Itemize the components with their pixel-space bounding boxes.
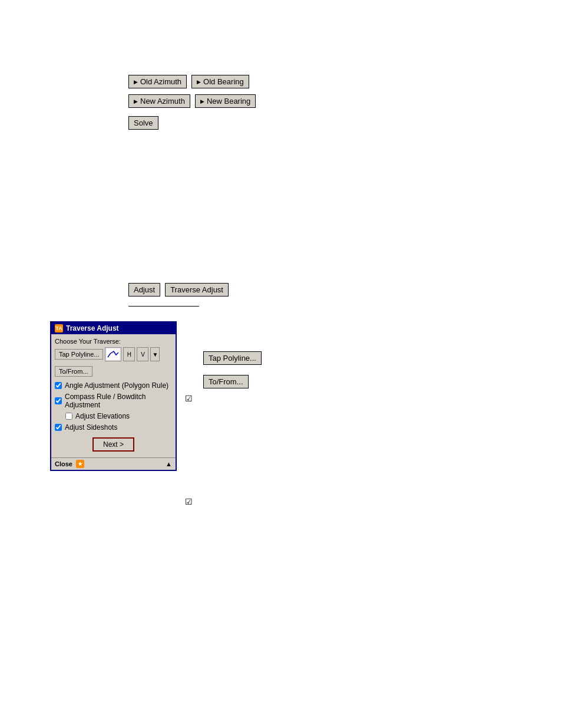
adjust-sideshots-checkbox[interactable] bbox=[55, 424, 62, 431]
svg-rect-0 bbox=[106, 348, 120, 360]
angle-adjustment-row: Angle Adjustment (Polygon Rule) bbox=[55, 381, 172, 390]
adjust-button[interactable]: Adjust bbox=[128, 283, 160, 297]
footer-expand-arrow[interactable]: ▲ bbox=[166, 460, 172, 467]
angle-adjustment-checkbox[interactable] bbox=[55, 382, 62, 389]
solve-button[interactable]: Solve bbox=[128, 116, 158, 130]
dialog-title-bar: TA Traverse Adjust bbox=[51, 322, 176, 334]
compass-rule-checkbox[interactable] bbox=[55, 397, 62, 404]
top-buttons-section: Old Azimuth Old Bearing New Azimuth New … bbox=[128, 75, 256, 130]
tap-polyline-right-button[interactable]: Tap Polyline... bbox=[203, 351, 262, 365]
dialog-footer: Close ★ ▲ bbox=[51, 457, 176, 470]
old-bearing-button[interactable]: Old Bearing bbox=[191, 75, 249, 88]
traverse-adjust-button[interactable]: Traverse Adjust bbox=[165, 283, 229, 297]
checkmark-right-1: ☑ bbox=[185, 394, 193, 403]
dialog-toolbar: Tap Polyline... H V ▼ bbox=[55, 347, 172, 361]
old-azimuth-button[interactable]: Old Azimuth bbox=[128, 75, 187, 88]
dialog-title-icon: TA bbox=[55, 324, 63, 332]
old-buttons-row: Old Azimuth Old Bearing bbox=[128, 75, 256, 88]
h-icon-box[interactable]: H bbox=[123, 347, 135, 361]
traverse-adjust-dialog: TA Traverse Adjust Choose Your Traverse:… bbox=[50, 321, 177, 471]
to-from-dialog-button[interactable]: To/From... bbox=[55, 366, 92, 377]
next-button[interactable]: Next > bbox=[92, 437, 134, 452]
adjust-buttons-row: Adjust Traverse Adjust bbox=[128, 283, 229, 297]
to-from-right-button[interactable]: To/From... bbox=[203, 375, 249, 388]
compass-rule-row: Compass Rule / Bowditch Adjustment bbox=[55, 393, 172, 409]
tap-polyline-dialog-button[interactable]: Tap Polyline... bbox=[55, 349, 103, 360]
dialog-title-text: Traverse Adjust bbox=[66, 324, 119, 332]
adjust-elevations-row: Adjust Elevations bbox=[65, 412, 172, 420]
adjust-elevations-label: Adjust Elevations bbox=[75, 412, 130, 420]
v-icon-box[interactable]: V bbox=[137, 347, 148, 361]
polyline-preview-icon bbox=[105, 348, 121, 361]
close-label[interactable]: Close bbox=[55, 460, 72, 467]
section-divider bbox=[128, 306, 199, 307]
dropdown-arrow-icon[interactable]: ▼ bbox=[150, 347, 160, 361]
checkmark-right-2: ☑ bbox=[185, 497, 193, 506]
dialog-body: Choose Your Traverse: Tap Polyline... H … bbox=[51, 334, 176, 457]
v-icon-label: V bbox=[141, 351, 145, 358]
new-buttons-row: New Azimuth New Bearing bbox=[128, 94, 256, 108]
compass-rule-label: Compass Rule / Bowditch Adjustment bbox=[65, 393, 172, 409]
choose-traverse-label: Choose Your Traverse: bbox=[55, 338, 172, 345]
footer-icon[interactable]: ★ bbox=[76, 460, 84, 468]
h-icon-label: H bbox=[127, 351, 131, 358]
adjust-sideshots-label: Adjust Sideshots bbox=[65, 423, 117, 431]
bottom-buttons-section: Adjust Traverse Adjust bbox=[128, 283, 229, 307]
new-azimuth-button[interactable]: New Azimuth bbox=[128, 94, 190, 108]
adjust-elevations-checkbox[interactable] bbox=[65, 413, 72, 420]
adjust-sideshots-row: Adjust Sideshots bbox=[55, 423, 172, 431]
polyline-icon-box bbox=[105, 347, 121, 361]
angle-adjustment-label: Angle Adjustment (Polygon Rule) bbox=[65, 381, 168, 390]
new-bearing-button[interactable]: New Bearing bbox=[195, 94, 256, 108]
